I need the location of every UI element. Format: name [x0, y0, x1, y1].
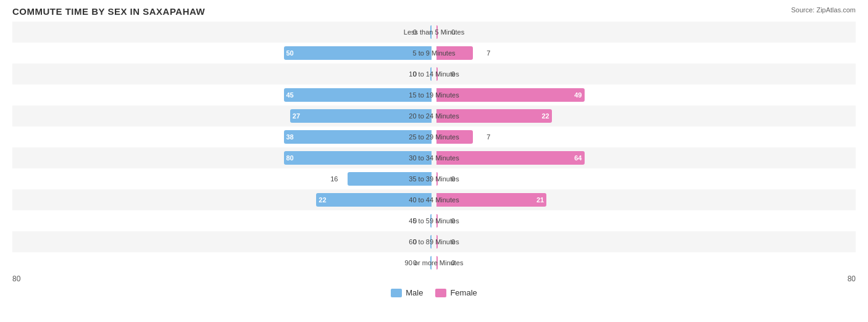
left-section: 38	[12, 126, 434, 147]
female-bar: 0	[436, 214, 438, 228]
female-value: 7	[486, 49, 490, 57]
female-value: 0	[451, 238, 455, 246]
male-bar: 0	[430, 214, 432, 228]
axis-right: 80	[848, 275, 856, 283]
right-section: 0	[434, 22, 856, 43]
male-value: 0	[413, 70, 417, 78]
bar-row: 27 20 to 24 Minutes 22	[12, 105, 856, 126]
right-section: 21	[434, 189, 856, 210]
chart-container: COMMUTE TIME BY SEX IN SAXAPAHAW Source:…	[0, 0, 868, 322]
male-color-swatch	[391, 289, 402, 297]
male-value: 0	[413, 217, 417, 225]
bar-row: 0 60 to 89 Minutes 0	[12, 231, 856, 252]
male-bar: 0	[430, 235, 432, 249]
male-bar: 0	[430, 25, 432, 39]
female-bar: 0	[436, 25, 438, 39]
left-section: 0	[12, 22, 434, 43]
male-value: 16	[330, 175, 338, 183]
male-bar: 45	[284, 88, 432, 102]
male-bar: 0	[430, 256, 432, 270]
bar-row: 0 10 to 14 Minutes 0	[12, 64, 856, 85]
legend: Male Female	[12, 288, 856, 297]
female-bar: 64	[436, 151, 585, 165]
left-section: 27	[12, 105, 434, 126]
female-value: 0	[451, 259, 455, 266]
female-value: 21	[536, 196, 544, 204]
bar-row: 50 5 to 9 Minutes 7	[12, 43, 856, 64]
bars-area: 0 Less than 5 Minutes 0 50 5 to 9 Minute…	[12, 22, 856, 273]
left-section: 50	[12, 43, 434, 64]
male-value: 0	[413, 238, 417, 246]
left-section: 0	[12, 64, 434, 85]
female-bar: 0	[436, 67, 438, 81]
bar-row: 38 25 to 29 Minutes 7	[12, 126, 856, 147]
right-section: 0	[434, 252, 856, 273]
bar-row: 80 30 to 34 Minutes 64	[12, 147, 856, 168]
female-bar: 22	[436, 109, 552, 123]
bar-row: 0 90 or more Minutes 0	[12, 252, 856, 273]
female-bar: 0	[436, 235, 438, 249]
bar-row: 16 35 to 39 Minutes 0	[12, 168, 856, 189]
legend-male-label: Male	[406, 288, 423, 297]
male-value: 0	[413, 259, 417, 266]
female-value: 0	[451, 175, 455, 183]
axis-left: 80	[12, 275, 20, 283]
right-section: 64	[434, 147, 856, 168]
male-bar: 16	[348, 172, 432, 186]
male-bar: 50	[284, 46, 432, 60]
legend-male: Male	[391, 288, 423, 297]
male-value: 50	[286, 49, 294, 57]
bar-row: 0 Less than 5 Minutes 0	[12, 22, 856, 43]
female-bar: 21	[436, 193, 546, 207]
male-value: 38	[286, 133, 294, 141]
bar-row: 0 45 to 59 Minutes 0	[12, 210, 856, 231]
left-section: 16	[12, 168, 434, 189]
right-section: 7	[434, 43, 856, 64]
left-section: 0	[12, 231, 434, 252]
male-value: 22	[319, 196, 326, 204]
right-section: 22	[434, 105, 856, 126]
female-value: 0	[451, 70, 455, 78]
source-text: Source: ZipAtlas.com	[791, 6, 856, 14]
female-bar: 7	[436, 46, 473, 60]
legend-female-label: Female	[450, 288, 477, 297]
left-section: 22	[12, 189, 434, 210]
female-value: 22	[541, 112, 549, 120]
female-bar: 0	[436, 256, 438, 270]
right-section: 7	[434, 126, 856, 147]
female-bar: 0	[436, 172, 438, 186]
female-value: 64	[574, 154, 582, 162]
right-section: 0	[434, 168, 856, 189]
axis-labels: 80 80	[12, 273, 856, 284]
legend-female: Female	[435, 288, 477, 297]
left-section: 80	[12, 147, 434, 168]
male-value: 45	[286, 91, 294, 99]
right-section: 49	[434, 85, 856, 105]
right-section: 0	[434, 231, 856, 252]
male-bar: 0	[430, 67, 432, 81]
chart-title: COMMUTE TIME BY SEX IN SAXAPAHAW	[12, 6, 856, 17]
female-value: 0	[451, 28, 455, 36]
left-section: 0	[12, 252, 434, 273]
male-bar: 27	[290, 109, 432, 123]
male-bar: 38	[284, 130, 432, 144]
right-section: 0	[434, 64, 856, 85]
female-value: 0	[451, 217, 455, 225]
female-bar: 49	[436, 88, 585, 102]
female-value: 7	[486, 133, 490, 141]
bar-row: 45 15 to 19 Minutes 49	[12, 85, 856, 105]
left-section: 0	[12, 210, 434, 231]
male-value: 0	[413, 28, 417, 36]
female-color-swatch	[435, 289, 446, 297]
male-bar: 22	[316, 193, 432, 207]
bar-row: 22 40 to 44 Minutes 21	[12, 189, 856, 210]
male-value: 80	[286, 154, 294, 162]
male-value: 27	[293, 112, 300, 120]
left-section: 45	[12, 85, 434, 105]
male-bar: 80	[284, 151, 432, 165]
female-value: 49	[574, 91, 582, 99]
female-bar: 7	[436, 130, 473, 144]
right-section: 0	[434, 210, 856, 231]
